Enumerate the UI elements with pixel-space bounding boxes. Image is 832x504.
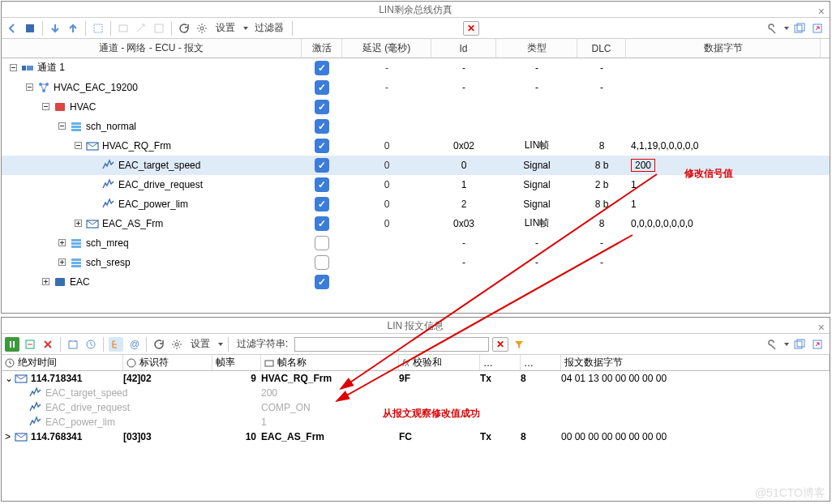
expander-icon[interactable] [41,277,50,287]
filter-label[interactable]: 过滤器 [255,21,284,35]
expander-icon[interactable] [73,141,83,151]
tree-row[interactable]: EAC_AS_Frm00x03LIN帧80,0,0,0,0,0,0,0 [2,214,830,233]
activate-checkbox[interactable] [315,255,329,270]
wrench-dropdown-icon[interactable] [784,27,789,30]
activate-checkbox[interactable] [315,236,329,250]
wrench-icon[interactable] [765,21,779,36]
delete-icon[interactable] [41,337,55,352]
window-icon[interactable] [792,21,807,36]
activate-checkbox[interactable] [315,139,329,153]
wrench-dropdown-icon-2[interactable] [784,343,789,346]
svg-rect-60 [265,361,273,366]
gear-icon[interactable] [195,21,209,36]
refresh-icon-2[interactable] [152,337,166,352]
tree-icon[interactable] [109,337,123,352]
toggle-icon[interactable] [23,337,37,352]
pause-icon[interactable] [5,337,19,352]
activate-checkbox[interactable] [315,197,329,211]
id-value: 0x02 [453,140,474,152]
expander-icon[interactable] [8,63,18,73]
tree-row[interactable]: HVAC_EAC_19200---- [2,78,830,97]
arrow-down-icon[interactable] [48,21,62,36]
refresh-icon[interactable] [177,21,191,36]
col-header-data[interactable]: 数据字节 [626,39,821,58]
filter-input[interactable] [294,337,489,352]
col2-data[interactable]: 报文数据字节 [561,355,830,370]
expander-icon[interactable] [89,180,99,190]
wrench-icon-2[interactable] [765,337,779,352]
clock-icon[interactable] [84,337,98,352]
col2-chk[interactable]: fx校验和 [399,355,480,370]
tree-row[interactable]: sch_normal [2,117,830,136]
activate-checkbox[interactable] [315,61,329,75]
tree-row[interactable]: EAC [2,272,830,292]
sig-icon [29,387,42,399]
activate-checkbox[interactable] [315,216,329,231]
col2-time[interactable]: 绝对时间 [2,355,123,370]
arrow-up-icon[interactable] [66,21,80,36]
time-icon[interactable] [66,337,80,352]
col-header-delay[interactable]: 延迟 (毫秒) [342,39,431,58]
col2-chk-label: 校验和 [413,356,442,369]
expander-icon[interactable] [41,102,50,112]
lower-close-icon[interactable]: × [818,319,825,335]
data-value-input[interactable]: 200 [631,159,655,172]
activate-checkbox[interactable] [315,100,329,114]
signal-row[interactable]: EAC_target_speed200 [2,386,830,400]
col2-dir[interactable]: … [480,355,521,370]
expander-icon[interactable] [24,83,34,92]
expander-icon[interactable]: ⌄ [5,373,15,384]
col2-rate[interactable]: 帧率 [212,355,261,370]
expander-icon[interactable] [73,219,83,229]
upper-close-icon[interactable]: × [818,3,825,19]
col2-id[interactable]: 标识符 [123,355,212,370]
message-row[interactable]: ⌄114.718341[42]029HVAC_RQ_Frm9FTx804 01 … [2,371,830,386]
data-value: 1 [631,199,637,210]
expander-icon[interactable]: > [5,431,15,442]
col2-name[interactable]: 帧名称 [261,355,399,370]
clear-filter-button-2[interactable]: ✕ [492,337,508,352]
stop-icon[interactable] [23,21,37,36]
activate-checkbox[interactable] [315,80,329,95]
select-icon[interactable] [91,21,105,36]
activate-checkbox[interactable] [315,158,329,173]
tree-row[interactable]: HVAC [2,97,830,117]
settings-dropdown-icon[interactable] [243,27,248,30]
svg-text:@: @ [130,339,139,350]
at-icon[interactable]: @ [127,337,141,352]
activate-checkbox[interactable] [315,177,329,192]
gear-icon-2[interactable] [169,337,184,352]
expander-icon[interactable] [57,258,66,267]
back-icon[interactable] [5,21,19,36]
popout-icon[interactable] [810,21,825,36]
tree-row[interactable]: sch_sresp--- [2,253,830,272]
settings-label[interactable]: 设置 [216,21,235,35]
settings-dropdown-icon-2[interactable] [218,343,223,346]
popout-icon-2[interactable] [810,337,825,352]
funnel-icon[interactable] [512,337,526,352]
col2-dlc[interactable]: … [521,355,561,370]
window-icon-2[interactable] [792,337,807,352]
col-header-activate[interactable]: 激活 [302,39,342,58]
sig-icon [29,416,42,429]
svg-rect-2 [119,25,127,32]
activate-checkbox[interactable] [315,119,329,134]
row-label: EAC_target_speed [118,160,200,171]
tree-row[interactable]: 通道 1---- [2,58,830,78]
tree-row[interactable]: HVAC_RQ_Frm00x02LIN帧84,1,19,0,0,0,0,0 [2,136,830,156]
expander-icon[interactable] [57,238,66,248]
tree-row[interactable]: EAC_power_lim02Signal8 b1 [2,194,830,214]
col-header-type[interactable]: 类型 [496,39,577,58]
settings-label-2[interactable]: 设置 [191,337,210,351]
clear-filter-button[interactable]: ✕ [463,21,479,36]
expander-icon[interactable] [89,160,99,170]
col-header-channel[interactable]: 通道 - 网络 - ECU - 报文 [2,39,302,58]
col-header-dlc[interactable]: DLC [577,39,626,58]
upper-header-row: 通道 - 网络 - ECU - 报文 激活 延迟 (毫秒) Id 类型 DLC … [2,39,830,58]
expander-icon[interactable] [89,199,99,209]
tree-row[interactable]: sch_mreq--- [2,233,830,253]
message-row[interactable]: >114.768341[03]0310EAC_AS_FrmFCTx800 00 … [2,429,830,444]
activate-checkbox[interactable] [315,275,329,289]
col-header-id[interactable]: Id [431,39,496,58]
expander-icon[interactable] [57,122,66,131]
